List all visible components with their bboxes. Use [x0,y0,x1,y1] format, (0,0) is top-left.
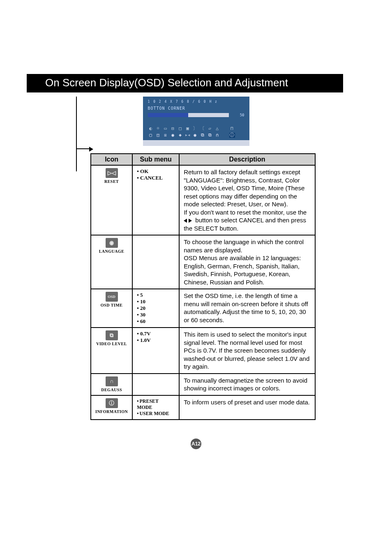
description-cell: Set the OSD time, i.e. the length of tim… [179,289,315,328]
page-title: On Screen Display(OSD) Selection and Adj… [27,74,343,92]
degauss-icon: ∩ [106,376,118,386]
icon-cell: ⓘINFORMATION [91,395,132,420]
osd-resolution: 1 0 2 4 X 7 6 8 / 6 0 H z [148,100,244,104]
submenu-item: 20 [137,305,175,312]
page-number: A12 [191,439,201,449]
table-row: ∩DEGAUSSTo manually demagnetize the scre… [91,374,315,395]
settings-table: Icon Sub menu Description ▷◁RESETOKCANCE… [90,153,316,420]
submenu-cell: 0.7V1.0V [132,328,179,374]
videolevel-icon: ⧉ [106,330,118,340]
submenu-item: OK [137,168,175,175]
submenu-item: 10 [137,298,175,305]
submenu-cell [132,235,179,289]
icon-caption: INFORMATION [95,409,128,414]
table-row: ▷◁RESETOKCANCELReturn to all factory def… [91,165,315,235]
language-icon: ◉ [106,238,118,248]
description-cell: To inform users of preset and user mode … [179,395,315,420]
table-row: ◉LANGUAGETo choose the language in which… [91,235,315,289]
icon-cell: ◉LANGUAGE [91,235,132,289]
osd-current-setting: BOTTON CORNER [148,106,244,111]
submenu-item: 30 [137,312,175,318]
osd-icon-row-2: ▢◫☒◉◈▹◃◉⧉⧉∩ⓘ [148,133,244,138]
submenu-item: USER MODE [137,411,175,417]
submenu-cell: 510203060 [132,289,179,328]
submenu-item: 1.0V [137,337,175,344]
pointer-line [76,97,77,171]
icon-caption: OSD TIME [95,303,128,307]
description-cell: To manually demagnetize the screen to av… [179,374,315,395]
submenu-cell: OKCANCEL [132,165,179,235]
right-arrow-icon [189,219,192,223]
submenu-cell [132,374,179,395]
osd-slider-value: 50 [232,113,244,117]
submenu-cell: PRESET MODEUSER MODE [132,395,179,420]
osdtime-icon: OSD [106,292,118,302]
col-header-sub: Sub menu [132,154,179,165]
osd-slider [148,113,229,117]
description-cell: This item is used to select the monitor'… [179,328,315,374]
icon-cell: ∩DEGAUSS [91,374,132,395]
icon-caption: DEGAUSS [95,388,128,392]
osd-icon-row-1: ◐☼▭⊟□▣〕〔▱△⊓ [148,126,244,131]
submenu-item: CANCEL [137,175,175,181]
col-header-desc: Description [179,154,315,165]
table-row: ⧉VIDEO LEVEL0.7V1.0VThis item is used to… [91,328,315,374]
page-number-wrap: A12 [0,439,392,449]
submenu-item: 0.7V [137,330,175,337]
col-header-icon: Icon [91,154,132,165]
icon-caption: VIDEO LEVEL [95,342,128,346]
information-icon: ⓘ [106,398,118,408]
icon-cell: ▷◁RESET [91,165,132,235]
table-row: OSDOSD TIME510203060Set the OSD time, i.… [91,289,315,328]
icon-caption: LANGUAGE [95,249,128,254]
osd-screenshot: 1 0 2 4 X 7 6 8 / 6 0 H z BOTTON CORNER … [45,97,347,146]
submenu-item: PRESET MODE [137,398,175,411]
icon-cell: OSDOSD TIME [91,289,132,328]
reset-icon: ▷◁ [106,168,118,178]
description-cell: Return to all factory default settings e… [179,165,315,235]
icon-caption: RESET [95,179,128,184]
icon-cell: ⧉VIDEO LEVEL [91,328,132,374]
description-cell: To choose the language in which the cont… [179,235,315,289]
submenu-item: 60 [137,318,175,325]
table-row: ⓘINFORMATIONPRESET MODEUSER MODETo infor… [91,395,315,420]
submenu-item: 5 [137,292,175,298]
left-arrow-icon [184,219,187,223]
